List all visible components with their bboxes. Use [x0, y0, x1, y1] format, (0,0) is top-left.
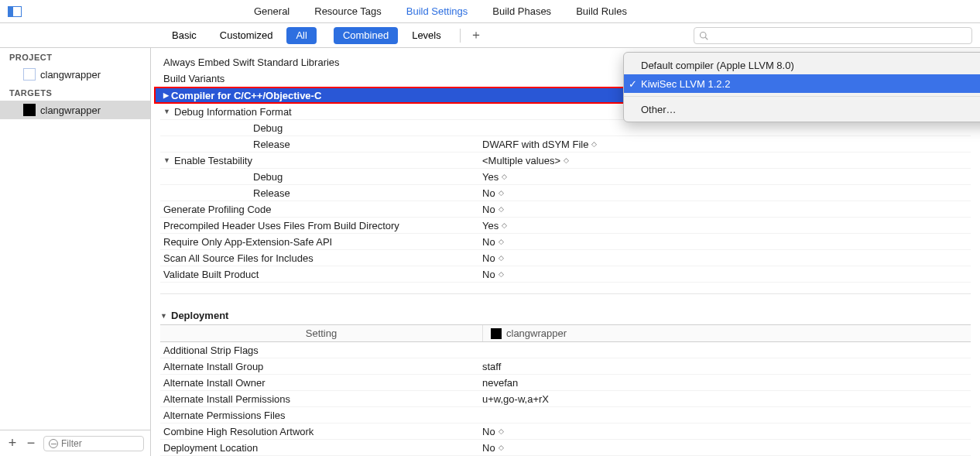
- require-app-ext-value[interactable]: No: [482, 236, 495, 248]
- stepper-icon[interactable]: ◇: [499, 205, 502, 213]
- tab-resource-tags[interactable]: Resource Tags: [314, 5, 381, 17]
- column-setting-header: Setting: [160, 325, 482, 341]
- sidebar-project-label: clangwrapper: [40, 69, 101, 81]
- checkmark-icon: ✓: [629, 78, 637, 90]
- validate-built-value[interactable]: No: [482, 269, 495, 280]
- setting-precompiled-header[interactable]: Precompiled Header Uses Files From Build…: [163, 220, 399, 231]
- stepper-icon[interactable]: ◇: [499, 189, 502, 197]
- debug-info-release-value[interactable]: DWARF with dSYM File: [482, 139, 588, 150]
- stepper-icon[interactable]: ◇: [499, 427, 502, 435]
- filter-levels[interactable]: Levels: [403, 27, 451, 44]
- enable-testability-value[interactable]: <Multiple values>: [482, 155, 560, 166]
- testability-debug-label: Debug: [253, 171, 283, 183]
- filter-icon: [49, 439, 58, 448]
- setting-alt-install-perms[interactable]: Alternate Install Permissions: [163, 393, 290, 405]
- column-target-header: clangwrapper: [506, 327, 567, 339]
- setting-alt-perms-files[interactable]: Alternate Permissions Files: [163, 410, 286, 421]
- deployment-location-value[interactable]: No: [482, 442, 495, 454]
- setting-combine-high-res[interactable]: Combine High Resolution Artwork: [163, 426, 314, 437]
- svg-point-0: [701, 32, 707, 38]
- search-icon: [699, 31, 708, 40]
- search-input[interactable]: [711, 30, 967, 41]
- filter-combined[interactable]: Combined: [334, 27, 398, 44]
- alt-install-group-value[interactable]: staff: [482, 361, 501, 372]
- add-target-button[interactable]: +: [6, 435, 19, 451]
- stepper-icon[interactable]: ◇: [591, 140, 595, 148]
- precompiled-header-value[interactable]: Yes: [482, 220, 499, 231]
- tab-build-settings[interactable]: Build Settings: [406, 5, 468, 17]
- sidebar-target-item[interactable]: clangwrapper: [0, 101, 150, 119]
- tab-build-rules[interactable]: Build Rules: [576, 5, 627, 17]
- svg-line-1: [705, 37, 708, 39]
- filter-all[interactable]: All: [286, 27, 316, 44]
- disclosure-right-icon: ▶: [163, 91, 171, 99]
- section-deployment: Deployment: [171, 310, 228, 321]
- setting-validate-built[interactable]: Validate Built Product: [163, 269, 259, 280]
- setting-additional-strip[interactable]: Additional Strip Flags: [163, 345, 259, 356]
- setting-compiler-label: Compiler for C/C++/Objective-C: [171, 90, 321, 101]
- setting-alt-install-owner[interactable]: Alternate Install Owner: [163, 377, 266, 389]
- panel-toggle-icon[interactable]: [8, 6, 22, 17]
- setting-require-app-ext[interactable]: Require Only App-Extension-Safe API: [163, 236, 332, 248]
- executable-icon: [23, 104, 36, 116]
- stepper-icon[interactable]: ◇: [499, 254, 502, 262]
- alt-install-perms-value[interactable]: u+w,go-w,a+rX: [482, 393, 549, 405]
- setting-debug-info-format[interactable]: Debug Information Format: [174, 106, 292, 118]
- tab-build-phases[interactable]: Build Phases: [492, 5, 551, 17]
- filter-basic[interactable]: Basic: [163, 27, 206, 44]
- testability-release-label: Release: [253, 187, 290, 199]
- setting-scan-all-source[interactable]: Scan All Source Files for Includes: [163, 252, 314, 264]
- stepper-icon[interactable]: ◇: [499, 444, 502, 451]
- sidebar-filter-input[interactable]: [61, 438, 139, 449]
- testability-debug-value[interactable]: Yes: [482, 171, 499, 183]
- stepper-icon[interactable]: ◇: [502, 221, 505, 229]
- setting-deployment-location[interactable]: Deployment Location: [163, 442, 258, 454]
- setting-build-variants[interactable]: Build Variants: [163, 73, 224, 84]
- sidebar-targets-header: TARGETS: [0, 84, 150, 101]
- debug-info-debug-label: Debug: [253, 122, 283, 134]
- executable-icon: [491, 328, 502, 339]
- filter-customized[interactable]: Customized: [211, 27, 283, 44]
- setting-enable-testability[interactable]: Enable Testability: [174, 155, 252, 166]
- tab-general[interactable]: General: [254, 5, 290, 17]
- dropdown-item-default[interactable]: Default compiler (Apple LLVM 8.0): [624, 56, 980, 74]
- debug-info-release-label: Release: [253, 139, 290, 150]
- testability-release-value[interactable]: No: [482, 187, 495, 199]
- setting-generate-profiling[interactable]: Generate Profiling Code: [163, 204, 271, 215]
- stepper-icon[interactable]: ◇: [499, 238, 502, 245]
- generate-profiling-value[interactable]: No: [482, 204, 495, 215]
- scan-all-source-value[interactable]: No: [482, 252, 495, 264]
- stepper-icon[interactable]: ◇: [564, 156, 567, 164]
- dropdown-item-kiwisec[interactable]: ✓KiwiSec LLVM 1.2.2: [624, 74, 980, 93]
- dropdown-item-kiwisec-label: KiwiSec LLVM 1.2.2: [641, 78, 730, 90]
- sidebar-target-label: clangwrapper: [40, 105, 101, 116]
- stepper-icon[interactable]: ◇: [499, 270, 502, 278]
- setting-alt-install-group[interactable]: Alternate Install Group: [163, 361, 263, 372]
- stepper-icon[interactable]: ◇: [502, 173, 505, 180]
- compiler-dropdown[interactable]: Default compiler (Apple LLVM 8.0) ✓KiwiS…: [623, 52, 980, 122]
- remove-target-button[interactable]: −: [25, 435, 37, 451]
- dropdown-item-other[interactable]: Other…: [624, 100, 980, 118]
- disclosure-down-icon[interactable]: ▼: [163, 108, 171, 115]
- add-setting-icon[interactable]: ＋: [470, 27, 482, 43]
- disclosure-down-icon[interactable]: ▼: [160, 312, 168, 320]
- combine-high-res-value[interactable]: No: [482, 426, 495, 437]
- sidebar-project-header: PROJECT: [0, 48, 150, 65]
- alt-install-owner-value[interactable]: nevefan: [482, 377, 518, 389]
- document-icon: [23, 68, 36, 81]
- disclosure-down-icon[interactable]: ▼: [163, 156, 171, 164]
- setting-always-embed[interactable]: Always Embed Swift Standard Libraries: [163, 57, 340, 68]
- sidebar-project-item[interactable]: clangwrapper: [0, 65, 150, 84]
